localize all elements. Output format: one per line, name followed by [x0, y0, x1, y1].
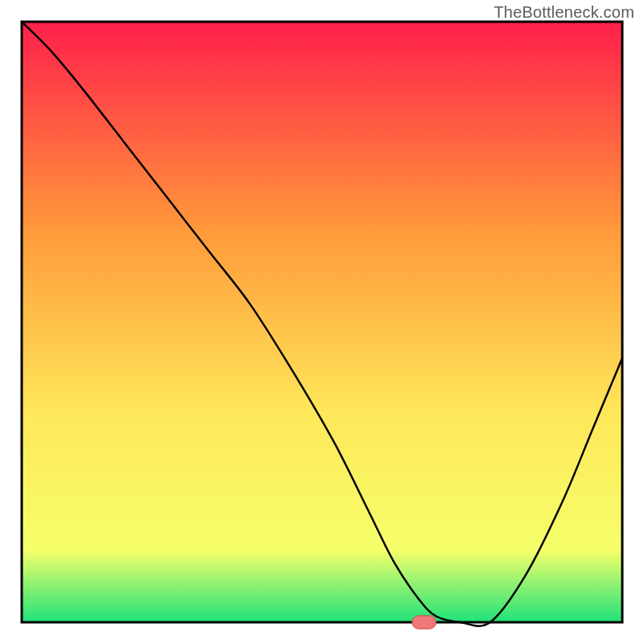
optimal-marker — [412, 616, 436, 629]
chart-frame: TheBottleneck.com — [0, 0, 644, 644]
gradient-background — [22, 22, 622, 622]
bottleneck-chart — [0, 0, 644, 644]
